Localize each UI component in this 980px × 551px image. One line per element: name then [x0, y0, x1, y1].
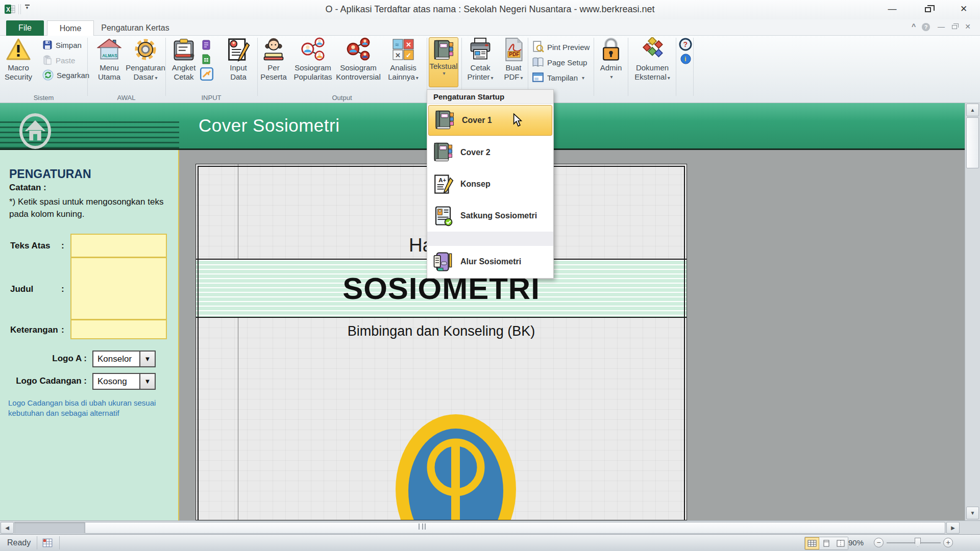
button-label: PDF▾	[504, 72, 523, 83]
home-badge-icon[interactable]	[19, 113, 52, 149]
scrollbar-track[interactable]	[14, 522, 85, 534]
button-label: Segarkan	[57, 71, 89, 80]
button-label: Analisis	[390, 63, 416, 72]
pint-preview-button[interactable]: Pint Preview	[532, 41, 590, 53]
normal-view-button[interactable]	[805, 537, 819, 549]
button-label: Cetak	[470, 63, 490, 72]
student-icon	[261, 37, 286, 62]
dokumen-eksternal-button[interactable]: Dokumen Eksternal▾	[629, 37, 676, 83]
ribbon-help-button[interactable]: ?	[679, 38, 692, 53]
menu-separator	[427, 232, 553, 246]
scrollbar-thumb[interactable]	[85, 522, 945, 534]
tekstual-button[interactable]: Tekstual ▾	[429, 37, 458, 87]
per-peserta-button[interactable]: Per Peserta	[257, 37, 290, 82]
menu-item-cover-1[interactable]: Cover 1	[428, 105, 552, 136]
menu-item-alur-sosiometri[interactable]: Alur Sosiometri	[427, 246, 553, 278]
page-break-view-button[interactable]	[834, 537, 848, 549]
judul-input[interactable]	[70, 257, 167, 320]
close-button[interactable]: ✕	[951, 2, 976, 16]
workbook-restore-button[interactable]	[949, 22, 960, 31]
ribbon-info-button[interactable]: i	[680, 53, 692, 67]
dropdown-arrow-button[interactable]: ▼	[139, 352, 155, 366]
notebook-pen-icon	[432, 251, 454, 272]
view-buttons	[804, 537, 848, 550]
macro-security-button[interactable]: Macro Security	[2, 37, 35, 82]
zoom-slider-thumb[interactable]	[915, 538, 921, 547]
tampilan-button[interactable]: Tampilan▾	[532, 71, 584, 84]
green-spreadsheet-icon	[201, 54, 211, 64]
logo-cadangan-select[interactable]: Kosong ▼	[92, 373, 156, 390]
sosiogram-kontroversial-button[interactable]: Sosiogram Kontroversial	[335, 37, 382, 82]
form-pencil-icon	[226, 37, 251, 62]
zoom-in-button[interactable]: +	[943, 538, 953, 547]
tab-pengaturan-kertas[interactable]: Pengaturan Kertas	[97, 20, 174, 36]
judul-label: Judul	[10, 284, 33, 294]
zoom-slider-track[interactable]	[887, 542, 941, 543]
minimize-button[interactable]: —	[879, 2, 905, 16]
segarkan-button[interactable]: Segarkan	[42, 69, 89, 81]
workbook-close-button[interactable]: ✕	[963, 22, 973, 31]
column-divider	[238, 164, 238, 520]
scrollbar-thumb[interactable]	[966, 117, 979, 168]
zoom-level[interactable]: 90%	[848, 538, 864, 547]
teks-atas-input[interactable]	[70, 234, 167, 258]
buat-pdf-button[interactable]: PDF Buat PDF▾	[499, 37, 528, 83]
small-sheet-green-button[interactable]	[201, 54, 211, 64]
keterangan-input[interactable]	[70, 319, 167, 339]
ribbon-pin-button[interactable]: ^	[909, 22, 919, 31]
small-doc-purple-button[interactable]	[201, 40, 211, 50]
input-data-button[interactable]: Input Data	[223, 37, 254, 82]
angket-cetak-button[interactable]: Angket Cetak	[168, 37, 199, 82]
svg-text:✕: ✕	[395, 52, 401, 59]
small-export-blue-button[interactable]	[200, 67, 213, 81]
svg-text:≈: ≈	[395, 41, 399, 48]
admin-button[interactable]: Admin ▾	[596, 37, 626, 82]
group-label-output: Output	[257, 94, 427, 102]
scrollbar-grip[interactable]	[419, 523, 426, 530]
tab-file[interactable]: File	[6, 20, 44, 36]
purple-document-icon	[201, 40, 211, 50]
analysis-grid-icon: ≈✕✕✓	[391, 37, 415, 62]
logo-cadangan-label: Logo Cadangan :	[0, 376, 87, 386]
sosiogram-popularitas-button[interactable]: Sosiogram Popularitas	[292, 37, 334, 82]
restore-button[interactable]	[915, 2, 941, 16]
group-label-input: INPUT	[165, 94, 257, 102]
dropdown-arrow-button[interactable]: ▼	[139, 374, 155, 389]
analisis-lainnya-button[interactable]: ≈✕✕✓ Analisis Lainnya▾	[383, 37, 424, 83]
group-separator	[165, 38, 166, 96]
menu-item-satkung-sosiometri[interactable]: Satkung Sosiometri	[427, 200, 553, 232]
button-label: Angket	[172, 63, 196, 72]
zoom-out-button[interactable]: −	[874, 538, 884, 547]
button-label: Sosiogram	[340, 63, 377, 72]
scroll-down-button[interactable]: ▼	[966, 507, 979, 519]
pengaturan-dasar-button[interactable]: Pengaturan Dasar▾	[126, 37, 165, 83]
print-preview-icon	[532, 41, 544, 53]
paste-button[interactable]: Paste	[42, 55, 75, 65]
gear-icon	[133, 37, 158, 62]
logo-a-select[interactable]: Konselor ▼	[92, 350, 156, 367]
title-bar: X ▾ O - Aplikasi Terdaftar atas nama : S…	[0, 0, 980, 19]
scroll-left-button[interactable]: ◀	[1, 522, 14, 534]
cetak-printer-button[interactable]: Cetak Printer▾	[462, 37, 498, 83]
restore-icon	[925, 7, 931, 12]
help-button[interactable]: ?	[921, 22, 931, 31]
catatan-note: *) Ketik spasi untuk mengosongkan teks p…	[9, 196, 165, 220]
page-setup-button[interactable]: Page Setup	[532, 56, 587, 68]
macro-record-icon[interactable]	[42, 538, 53, 548]
page-layout-view-button[interactable]	[819, 537, 834, 549]
button-label: Menu	[100, 63, 119, 72]
button-label-text: Dasar	[133, 72, 154, 81]
colon: :	[61, 325, 64, 335]
tab-home[interactable]: Home	[47, 20, 94, 36]
button-label: Input	[230, 63, 247, 72]
diamond-network-icon	[640, 37, 665, 62]
menu-item-konsep[interactable]: A+ Konsep	[427, 168, 553, 200]
menu-item-cover-2[interactable]: Cover 2	[427, 137, 553, 168]
menu-header: Pengaturan Startup	[427, 90, 553, 104]
scroll-right-button[interactable]: ▶	[946, 522, 960, 534]
simpan-button[interactable]: Simpan	[42, 40, 82, 50]
scroll-up-button[interactable]: ▲	[966, 104, 979, 116]
menu-utama-button[interactable]: ALMAS Menu Utama	[94, 37, 125, 82]
menu-item-label: Cover 1	[462, 116, 492, 125]
workbook-minimize-button[interactable]: —	[936, 22, 946, 31]
